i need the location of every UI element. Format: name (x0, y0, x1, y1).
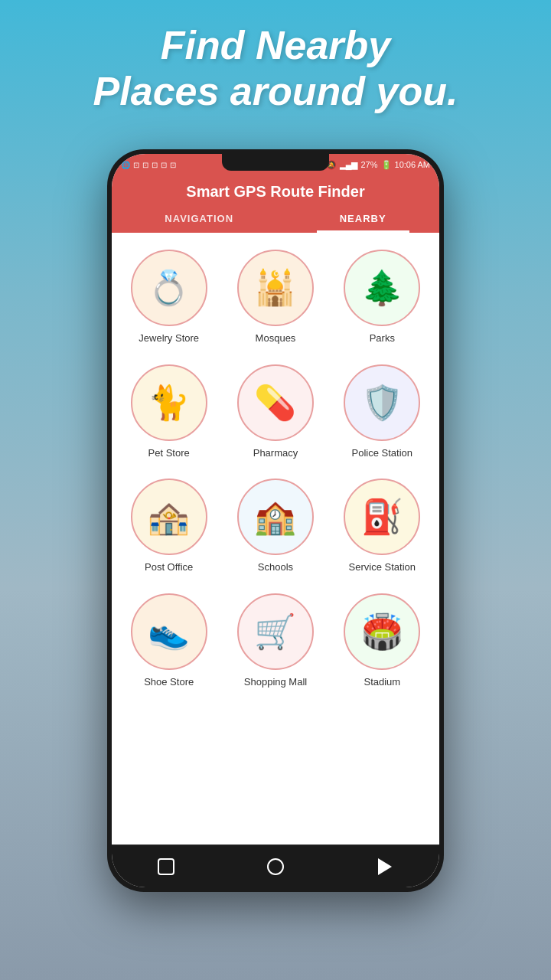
phone-shell: 🌐 ⊡ ⊡ ⊡ ⊡ ⊡ 🔕 ▂▄▆ 27% 🔋 10:06 AM Smart G (107, 149, 444, 892)
service-station-icon: ⛽ (344, 479, 420, 555)
post-office-icon: 🏤 (131, 479, 207, 555)
jewelry-store-label: Jewelry Store (139, 332, 199, 345)
grid-item-stadium[interactable]: 🏟️Stadium (331, 584, 433, 694)
shopping-mall-label: Shopping Mall (244, 676, 307, 688)
grid-item-schools[interactable]: 🏫Schools (224, 469, 326, 580)
grid-item-pharmacy[interactable]: 💊Pharmacy (224, 355, 326, 466)
content-area: 💍Jewelry Store🕌Mosques🌲Parks🐈Pet Store💊P… (112, 233, 439, 844)
recents-button[interactable] (370, 851, 400, 882)
app-icon1: ⊡ (152, 161, 158, 169)
grid-item-shoe-store[interactable]: 👟Shoe Store (118, 584, 220, 694)
headline-line2: Places around you. (0, 69, 551, 115)
headline-line1: Find Nearby (0, 23, 551, 69)
pet-store-label: Pet Store (148, 447, 190, 459)
grid-item-police-station[interactable]: 🛡️Police Station (331, 355, 433, 466)
tabs-row: NAVIGATION NEARBY (112, 207, 439, 233)
grid-item-post-office[interactable]: 🏤Post Office (118, 469, 220, 580)
shoe-store-label: Shoe Store (144, 676, 194, 688)
app-title: Smart GPS Route Finder (112, 183, 439, 207)
grid-item-jewelry-store[interactable]: 💍Jewelry Store (118, 240, 220, 351)
post-office-label: Post Office (145, 561, 193, 573)
mosques-icon: 🕌 (237, 250, 314, 326)
battery-icon: 🔋 (381, 160, 392, 170)
phone-wrapper: 🌐 ⊡ ⊡ ⊡ ⊡ ⊡ 🔕 ▂▄▆ 27% 🔋 10:06 AM Smart G (107, 149, 444, 892)
grid-item-mosques[interactable]: 🕌Mosques (224, 240, 326, 351)
grid-item-service-station[interactable]: ⛽Service Station (331, 469, 433, 580)
pharmacy-label: Pharmacy (253, 447, 298, 459)
battery-saver-icon: ⊡ (133, 161, 139, 169)
stadium-icon: 🏟️ (344, 593, 420, 670)
square-icon (158, 858, 174, 875)
time-display: 10:06 AM (395, 160, 430, 169)
schools-icon: 🏫 (237, 479, 314, 555)
parks-label: Parks (370, 332, 395, 345)
signal-bars: ▂▄▆ (340, 160, 358, 170)
battery-percent: 27% (360, 160, 377, 169)
app-icon2: ⊡ (161, 161, 167, 169)
stadium-label: Stadium (364, 676, 400, 688)
shopping-mall-icon: 🛒 (237, 593, 314, 670)
bottom-nav (112, 844, 439, 887)
pet-store-icon: 🐈 (131, 364, 207, 441)
tab-nearby[interactable]: NEARBY (317, 207, 409, 233)
status-left-icons: 🌐 ⊡ ⊡ ⊡ ⊡ ⊡ (121, 161, 176, 169)
grid-item-parks[interactable]: 🌲Parks (331, 240, 433, 351)
app-header: Smart GPS Route Finder NAVIGATION NEARBY (112, 175, 439, 233)
grid-item-shopping-mall[interactable]: 🛒Shopping Mall (224, 584, 326, 694)
police-station-icon: 🛡️ (344, 364, 420, 441)
tab-navigation[interactable]: NAVIGATION (142, 207, 256, 233)
triangle-icon (378, 858, 392, 875)
gps-icon: 🌐 (121, 161, 130, 169)
headline: Find Nearby Places around you. (0, 23, 551, 115)
screenshot-icon: ⊡ (142, 161, 148, 169)
mosques-label: Mosques (256, 332, 296, 345)
pharmacy-icon: 💊 (237, 364, 314, 441)
phone-screen: 🌐 ⊡ ⊡ ⊡ ⊡ ⊡ 🔕 ▂▄▆ 27% 🔋 10:06 AM Smart G (112, 154, 439, 887)
phone-notch (222, 154, 329, 171)
status-right-info: 🔕 ▂▄▆ 27% 🔋 10:06 AM (326, 160, 430, 170)
schools-label: Schools (258, 561, 293, 573)
service-station-label: Service Station (349, 561, 416, 573)
jewelry-store-icon: 💍 (131, 250, 207, 326)
grid-item-pet-store[interactable]: 🐈Pet Store (118, 355, 220, 466)
shoe-store-icon: 👟 (131, 593, 207, 670)
app-icon3: ⊡ (170, 161, 176, 169)
nearby-grid: 💍Jewelry Store🕌Mosques🌲Parks🐈Pet Store💊P… (118, 240, 433, 694)
parks-icon: 🌲 (344, 250, 420, 326)
circle-icon (267, 858, 284, 875)
back-button[interactable] (151, 851, 181, 882)
home-button[interactable] (260, 851, 291, 882)
police-station-label: Police Station (352, 447, 413, 459)
